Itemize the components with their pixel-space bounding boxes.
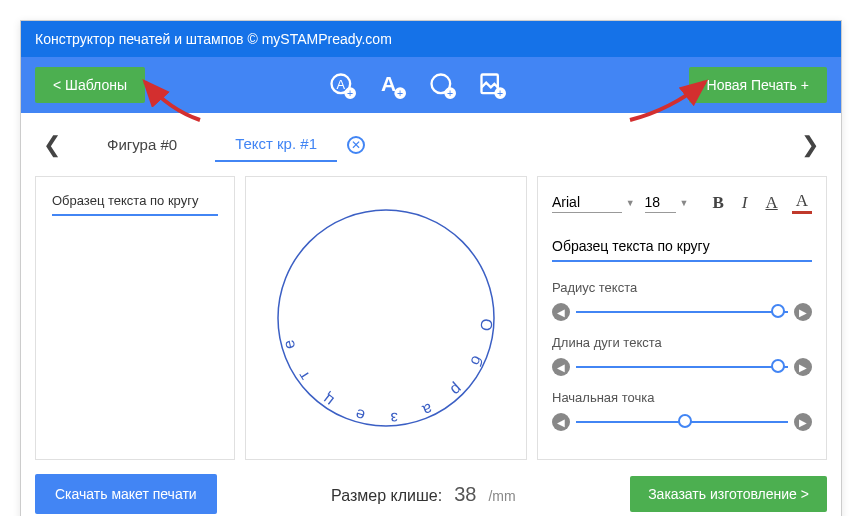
svg-text:+: + [447,87,453,99]
underline-button[interactable]: A [761,193,781,213]
svg-text:A: A [381,72,396,95]
footer: Скачать макет печати Размер клише: 38 /m… [21,460,841,516]
tab-next-icon[interactable]: ❯ [793,132,827,158]
radius-dec-button[interactable]: ◀ [552,303,570,321]
templates-button[interactable]: < Шаблоны [35,67,145,103]
panel-right: Arial ▼ 18 ▼ B I A A Радиус текста ◀ ▶ [537,176,827,460]
toolbar-icons: A+ A+ + + [328,71,506,99]
start-dec-button[interactable]: ◀ [552,413,570,431]
text-add-icon[interactable]: A+ [378,71,406,99]
svg-text:О б р а з е ц   т е к с т а   : О б р а з е ц т е к с т а п о к р у г у [271,203,496,427]
size-unit: /mm [488,488,515,504]
start-inc-button[interactable]: ▶ [794,413,812,431]
radius-slider[interactable] [576,311,788,313]
arc-label: Длина дуги текста [552,335,812,350]
size-select[interactable]: 18 [645,192,676,213]
text-color-button[interactable]: A [792,191,812,214]
shape-add-icon[interactable]: + [428,71,456,99]
start-slider[interactable] [576,421,788,423]
tab-prev-icon[interactable]: ❮ [35,132,69,158]
size-caret-icon: ▼ [680,198,689,208]
sample-text-label: Образец текста по кругу [52,193,218,216]
arc-dec-button[interactable]: ◀ [552,358,570,376]
tab-figure[interactable]: Фигура #0 [87,128,197,161]
arc-inc-button[interactable]: ▶ [794,358,812,376]
toolbar: < Шаблоны A+ A+ + + Новая Печать + [21,57,841,113]
svg-text:+: + [397,87,403,99]
order-button[interactable]: Заказать изготовление > [630,476,827,512]
circle-text-icon[interactable]: A+ [328,71,356,99]
radius-inc-button[interactable]: ▶ [794,303,812,321]
start-label: Начальная точка [552,390,812,405]
circle-text-input[interactable] [552,232,812,262]
tab-close-icon[interactable]: ✕ [347,136,365,154]
size-label: Размер клише: [331,487,442,505]
image-add-icon[interactable]: + [478,71,506,99]
font-select[interactable]: Arial [552,192,622,213]
italic-button[interactable]: I [738,193,752,213]
app-header: Конструктор печатей и штампов © mySTAMPr… [21,21,841,57]
bold-button[interactable]: B [708,193,727,213]
font-caret-icon: ▼ [626,198,635,208]
radius-label: Радиус текста [552,280,812,295]
svg-text:A: A [336,77,345,92]
tabs-row: ❮ Фигура #0 Текст кр. #1 ✕ ❯ [21,113,841,176]
download-button[interactable]: Скачать макет печати [35,474,217,514]
svg-text:+: + [347,87,353,99]
arc-slider[interactable] [576,366,788,368]
tab-text[interactable]: Текст кр. #1 [215,127,337,162]
size-value: 38 [450,483,480,506]
panel-preview: О б р а з е ц т е к с т а п о к р у г у [245,176,527,460]
panel-left: Образец текста по кругу [35,176,235,460]
circle-preview: О б р а з е ц т е к с т а п о к р у г у [271,203,501,433]
new-stamp-button[interactable]: Новая Печать + [689,67,827,103]
size-info: Размер клише: 38 /mm [331,483,516,506]
header-title: Конструктор печатей и штампов © mySTAMPr… [35,31,392,47]
svg-text:+: + [497,87,503,99]
